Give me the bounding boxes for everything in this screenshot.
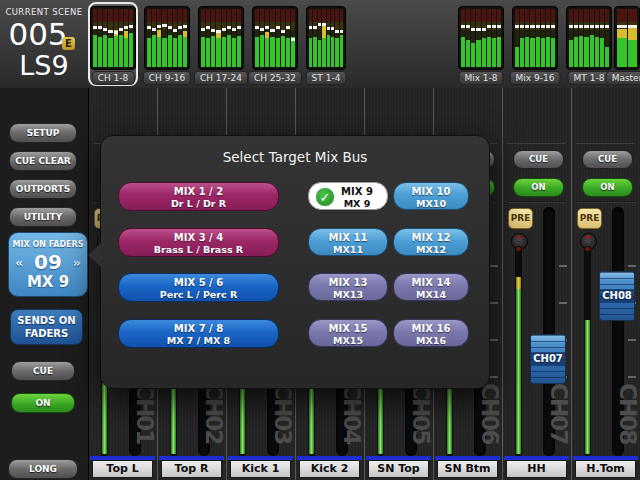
cue-clear-button[interactable]: CUE CLEAR [9,151,77,171]
channel-strip-ch07: CUEONPRECH07CH07HH [503,88,572,480]
utility-button[interactable]: UTILITY [9,207,77,227]
meter-display [512,6,558,70]
mix-pair-button-mix-7-8[interactable]: MIX 7 / 8MX 7 / MX 8 [118,319,279,348]
meter-display [306,6,346,70]
long-faders-button[interactable]: LONG FADERS [8,459,78,479]
cue-master-button[interactable]: CUE [11,361,75,381]
mix-on-faders-panel[interactable]: MIX ON FADERS « 09 » MX 9 [8,232,88,297]
meter-group-ch-17-24[interactable]: CH 17-24 [198,4,244,84]
meter-group-label: CH 25-32 [248,71,302,85]
meter-bar [119,9,123,67]
divider [576,143,635,144]
button-line1: MIX 13 [309,277,387,289]
meter-bar [327,9,330,67]
on-button[interactable]: ON [582,178,633,197]
button-line1: MIX 14 [394,277,468,289]
mix-pair-button-mix-3-4[interactable]: MIX 3 / 4Brass L / Brass R [118,228,279,257]
top-meter-bridge: CURRENT SCENE 005 E LS9 CH 1-8CH 9-16CH … [0,0,640,90]
meter-bar [574,9,578,67]
knob-indicator [586,235,590,239]
meter-group-label: ST 1-4 [306,71,347,85]
pre-badge[interactable]: PRE [577,208,602,229]
mix-button-mix-12[interactable]: MIX 12MX12 [393,228,469,256]
mix-button-mix-14[interactable]: MIX 14MX14 [393,273,469,301]
meter-bar [313,9,316,67]
button-line2: MX 9 [327,198,387,209]
button-line2: MX12 [394,244,468,255]
next-mix-arrow-icon[interactable]: » [73,255,81,270]
channel-name-ch04[interactable]: Kick 2 [299,460,360,478]
meter-display [614,6,640,70]
channel-name-ch03[interactable]: Kick 1 [230,460,291,478]
channel-id-watermark: CH02 [203,383,225,457]
mix-pair-button-mix-5-6[interactable]: MIX 5 / 6Perc L / Perc R [118,273,279,302]
meter-bar [569,9,573,67]
meter-group-mix-1-8[interactable]: Mix 1-8 [458,4,504,84]
meter-display [90,6,136,70]
meter-group-ch-1-8[interactable]: CH 1-8 [90,4,136,84]
mix-pair-button-mix-1-2[interactable]: MIX 1 / 2Dr L / Dr R [118,182,279,211]
channel-name-ch05[interactable]: SN Top [368,460,429,478]
button-line2: MX10 [394,198,468,209]
channel-name-ch01[interactable]: Top L [92,460,153,478]
divider [576,201,635,203]
meter-bar [183,9,187,67]
channel-id-watermark: CH07 [548,383,570,457]
meter-group-st-1-4[interactable]: ST 1-4 [306,4,346,84]
meter-group-ch-25-32[interactable]: CH 25-32 [252,4,298,84]
on-master-button[interactable]: ON [11,393,75,413]
meter-group-label: MT 1-8 [568,71,611,85]
channel-name-ch02[interactable]: Top R [161,460,222,478]
meter-group-label: Mix 1-8 [458,71,503,85]
meter-bar [114,9,118,67]
meter-bar [515,9,519,67]
fader-tick [628,339,636,341]
meter-bar [157,9,161,67]
mix-button-mix-13[interactable]: MIX 13MX13 [308,273,388,301]
pre-badge[interactable]: PRE [508,208,533,229]
mix-button-mix-11[interactable]: MIX 11MX11 [308,228,388,256]
mix-button-mix-16[interactable]: MIX 16MX16 [393,319,469,347]
meter-bar [216,9,220,67]
button-line1: MIX 9 [327,186,387,198]
sends-on-faders-button[interactable]: SENDS ON FADERS [10,309,83,345]
outports-button[interactable]: OUTPORTS [9,179,77,199]
mix-button-mix-15[interactable]: MIX 15MX15 [308,319,388,347]
meter-bar [291,9,295,67]
setup-button[interactable]: SETUP [9,123,77,143]
meter-group-mix-9-16[interactable]: Mix 9-16 [512,4,558,84]
meter-bar [201,9,205,67]
on-button[interactable]: ON [513,178,564,197]
channel-id-watermark: CH08 [617,383,639,457]
channel-id-watermark: CH01 [134,383,156,457]
meter-bar [265,9,269,67]
cue-button[interactable]: CUE [582,150,633,169]
meter-group-label: CH 9-16 [143,71,191,85]
button-line1: MIX 16 [394,323,468,335]
meter-group-ch-9-16[interactable]: CH 9-16 [144,4,190,84]
fader-cap-ch07[interactable]: CH07 [530,334,566,384]
mix-button-mix-9[interactable]: ✓MIX 9MX 9 [308,182,388,210]
meter-bar [595,9,599,67]
cue-button[interactable]: CUE [513,150,564,169]
meter-bar [206,9,210,67]
meter-bar [260,9,264,67]
channel-name-ch07[interactable]: HH [506,460,567,478]
meter-group-mt-1-8[interactable]: MT 1-8 [566,4,612,84]
meter-bar [147,9,151,67]
meter-bar [492,9,496,67]
button-line1: MIX 11 [309,232,387,244]
fader-tick [490,302,498,304]
dialog-title: Select Target Mix Bus [101,149,489,165]
channel-name-ch08[interactable]: H.Tom [575,460,636,478]
meter-bar [270,9,274,67]
channel-name-ch06[interactable]: SN Btm [437,460,498,478]
meter-group-master[interactable]: Master [614,4,640,84]
meter-bar [108,9,112,67]
button-line2: MX15 [309,335,387,346]
button-line2: MX11 [309,244,387,255]
meter-bar [487,9,491,67]
meter-bar [322,9,325,67]
mix-button-mix-10[interactable]: MIX 10MX10 [393,182,469,210]
fader-cap-ch08[interactable]: CH08 [599,271,635,321]
